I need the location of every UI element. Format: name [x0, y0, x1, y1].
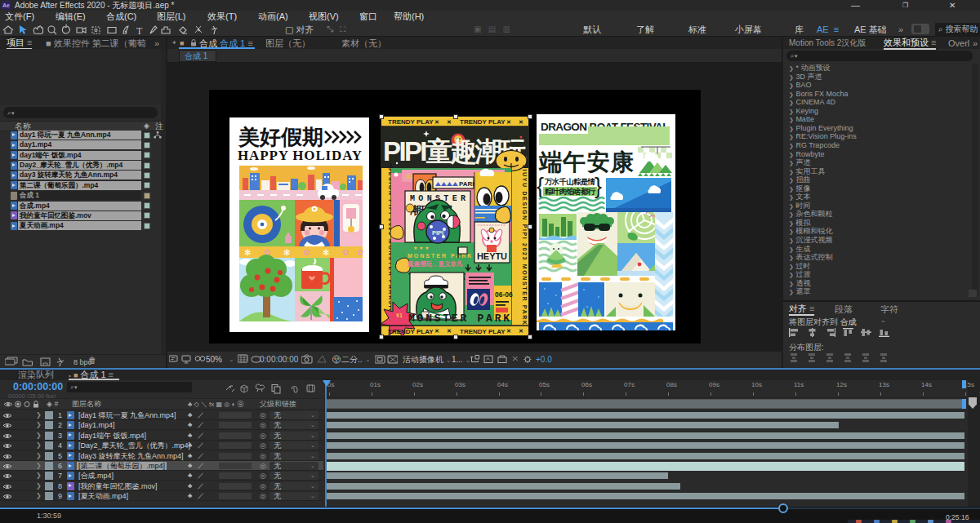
svg-text:{: {: [537, 174, 544, 198]
svg-text:TRENDY PLAY: TRENDY PLAY: [460, 328, 506, 335]
svg-text:✕: ✕: [506, 119, 511, 125]
svg-text:TRENDY PLAY: TRENDY PLAY: [388, 328, 434, 335]
svg-text:万水千山粽是情: 万水千山粽是情: [544, 177, 596, 186]
svg-text:✕: ✕: [519, 328, 523, 334]
svg-text:✻: ✻: [323, 248, 329, 257]
svg-text:✻: ✻: [283, 248, 290, 257]
svg-text:HAPPY HOLIDAY: HAPPY HOLIDAY: [238, 148, 362, 163]
svg-text:¥1: ¥1: [396, 312, 403, 318]
svg-text:美好假期: 美好假期: [238, 125, 323, 149]
svg-text:★ ★ ★: ★ ★ ★: [413, 246, 429, 250]
svg-text:✕: ✕: [506, 328, 511, 334]
svg-text:✿: ✿: [357, 248, 363, 257]
svg-text:06-06: 06-06: [495, 290, 513, 299]
svg-text:T: T: [136, 25, 143, 37]
svg-text:PIPI: PIPI: [432, 229, 443, 237]
svg-text:✿: ✿: [342, 248, 349, 257]
svg-text:✿: ✿: [303, 248, 310, 257]
svg-text:TRENDY PLAY: TRENDY PLAY: [460, 118, 506, 126]
svg-text:✕: ✕: [447, 119, 452, 125]
svg-text:HEYTU: HEYTU: [477, 251, 507, 261]
svg-text:童趣潮玩，意义非凡: 童趣潮玩，意义非凡: [407, 260, 463, 268]
svg-text:✕: ✕: [519, 119, 523, 125]
svg-text:✕: ✕: [434, 328, 439, 334]
svg-text:✕: ✕: [434, 119, 439, 125]
svg-text:TRENDY PLAY: TRENDY PLAY: [388, 118, 434, 126]
svg-text:粽叶肉馅啥都行: 粽叶肉馅啥都行: [544, 187, 596, 196]
svg-text:✻: ✻: [244, 248, 251, 257]
svg-text:✕: ✕: [447, 328, 452, 334]
